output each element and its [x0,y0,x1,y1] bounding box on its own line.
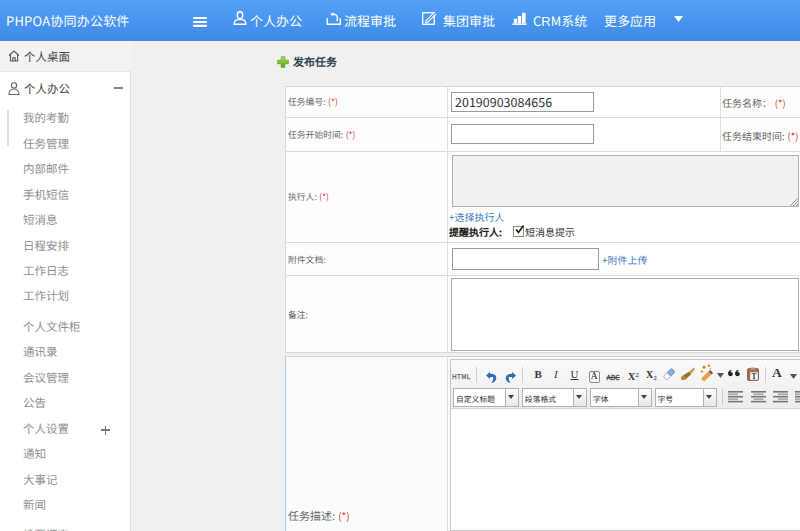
svg-text:T: T [751,372,756,381]
